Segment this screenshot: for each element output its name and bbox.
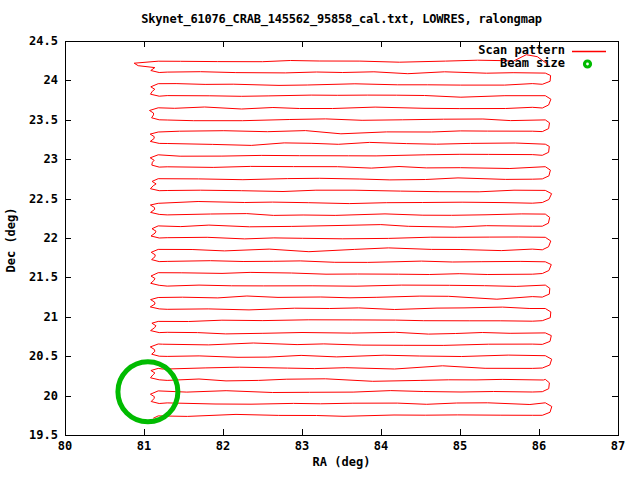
- scan-pattern-chart: Skynet_61076_CRAB_145562_95858_cal.txt, …: [0, 0, 640, 480]
- legend-beam-size-marker: [585, 61, 591, 67]
- legend-label-beam-size: Beam size: [500, 57, 565, 70]
- y-tick-label: 22.5: [0, 191, 58, 207]
- y-tick-label: 22: [0, 230, 58, 246]
- x-tick-label: 83: [295, 439, 309, 453]
- x-tick-label: 85: [453, 439, 467, 453]
- x-tick-label: 84: [374, 439, 388, 453]
- y-tick-label: 24.5: [0, 33, 58, 49]
- y-tick-label: 19.5: [0, 427, 58, 443]
- scan-pattern-path: [134, 55, 552, 419]
- plot-area: [0, 0, 640, 480]
- y-tick-label: 23.5: [0, 112, 58, 128]
- y-tick-label: 21.5: [0, 269, 58, 285]
- y-tick-label: 20: [0, 388, 58, 404]
- x-tick-label: 82: [216, 439, 230, 453]
- x-tick-label: 81: [137, 439, 151, 453]
- y-tick-label: 24: [0, 72, 58, 88]
- x-tick-label: 86: [532, 439, 546, 453]
- y-tick-label: 20.5: [0, 348, 58, 364]
- y-tick-label: 23: [0, 151, 58, 167]
- chart-title: Skynet_61076_CRAB_145562_95858_cal.txt, …: [65, 12, 618, 26]
- x-axis-label: RA (deg): [65, 455, 618, 469]
- y-tick-label: 21: [0, 309, 58, 325]
- x-tick-label: 87: [611, 439, 625, 453]
- x-tick-label: 80: [58, 439, 72, 453]
